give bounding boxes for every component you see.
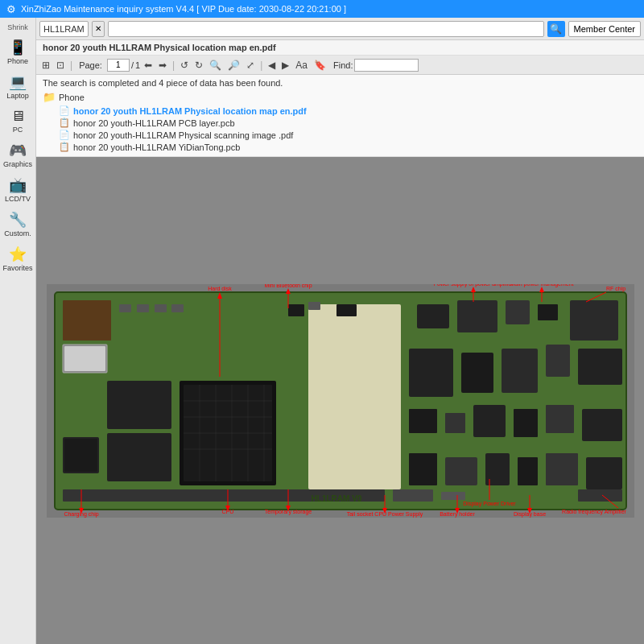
file-name-3: honor 20 youth-HL1LRAM YiDianTong.pcb	[73, 142, 240, 152]
svg-rect-34	[473, 405, 506, 437]
zoom-out-button[interactable]: 🔎	[225, 59, 242, 72]
svg-rect-26	[570, 300, 618, 341]
file-item-1[interactable]: 📋 honor 20 youth-HL1LRAM PCB layer.pcb	[43, 117, 638, 129]
file-item-2[interactable]: 📄 honor 20 youth-HL1LRAM Physical scanni…	[43, 129, 638, 141]
sidebar-item-laptop[interactable]: 💻 Laptop	[1, 70, 35, 103]
svg-text:Battery holder: Battery holder	[440, 511, 475, 518]
svg-rect-19	[288, 304, 304, 316]
file-name-0: honor 20 youth HL1LRAM Physical location…	[73, 106, 307, 116]
sidebar-item-lcd[interactable]: 📺 LCD/TV	[1, 173, 35, 206]
svg-rect-45	[393, 489, 433, 502]
title-icon: ⚙	[6, 3, 16, 15]
svg-rect-20	[308, 302, 320, 310]
svg-rect-25	[538, 304, 558, 320]
zoom-fit-button[interactable]: ⊞	[39, 59, 52, 72]
title-text: XinZhiZao Maintenance inquiry system V4.…	[21, 4, 346, 14]
favorites-icon: ⭐	[9, 246, 27, 263]
pc-icon: 🖥	[10, 108, 25, 125]
bookmark-button[interactable]: 🔖	[312, 59, 328, 72]
svg-rect-2	[308, 304, 401, 489]
sidebar-item-phone[interactable]: 📱 Phone	[1, 35, 35, 68]
next-result-button[interactable]: ▶	[279, 59, 291, 72]
results-panel: The search is completed and 4 piece of d…	[36, 75, 644, 157]
svg-text:Tail socket CPU Power Supply: Tail socket CPU Power Supply	[346, 511, 423, 518]
page-label: Page:	[79, 60, 102, 70]
shrink-button[interactable]: Shrink	[1, 21, 35, 34]
content-area: HL1LRAM ✕ 🔍 Member Center honor 20 youth…	[36, 18, 644, 644]
sidebar-item-pc[interactable]: 🖥 PC	[1, 105, 35, 137]
pdf-icon-2: 📄	[59, 130, 70, 140]
rotate-right-button[interactable]: ↻	[192, 59, 205, 72]
svg-rect-30	[546, 345, 570, 377]
rotate-left-button[interactable]: ↺	[178, 59, 191, 72]
svg-text:CPU: CPU	[221, 509, 233, 514]
find-input[interactable]	[354, 59, 419, 72]
prev-result-button[interactable]: ◀	[266, 59, 278, 72]
svg-text:Charging chip: Charging chip	[64, 511, 98, 518]
page-separator: /	[131, 60, 134, 70]
search-input[interactable]	[108, 21, 544, 37]
svg-rect-33	[445, 413, 465, 433]
svg-rect-27	[409, 349, 453, 397]
sidebar-item-custom[interactable]: 🔧 Custom.	[1, 208, 35, 241]
svg-rect-43	[586, 457, 622, 489]
file-item-0[interactable]: 📄 honor 20 youth HL1LRAM Physical locati…	[43, 105, 638, 117]
svg-rect-24	[506, 300, 530, 324]
svg-rect-41	[518, 457, 538, 485]
member-center-button[interactable]: Member Center	[568, 21, 641, 37]
svg-text:Display base: Display base	[513, 511, 545, 518]
next-page-button[interactable]: ➡	[156, 59, 169, 72]
graphics-icon: 🎮	[9, 142, 27, 159]
svg-rect-51	[137, 304, 149, 312]
svg-text:Temporary storage: Temporary storage	[264, 509, 311, 515]
svg-rect-35	[514, 409, 538, 437]
page-number-input[interactable]	[107, 59, 130, 72]
pcb-icon-3: 📋	[59, 142, 70, 152]
zoom-width-button[interactable]: ⊡	[54, 59, 67, 72]
phone-icon: 📱	[9, 39, 27, 56]
sidebar-lcd-label: LCD/TV	[5, 195, 31, 203]
zoom-in-button[interactable]: 🔍	[207, 59, 224, 72]
title-bar: ⚙ XinZhiZao Maintenance inquiry system V…	[0, 0, 644, 18]
pcb-viewer[interactable]: HL1LRAM V0 Hard disk Mini Bluetooth chip…	[36, 157, 644, 644]
separator-1: |	[70, 60, 72, 71]
pdf-title: honor 20 youth HL1LRAM Physical location…	[36, 40, 644, 56]
svg-rect-53	[171, 304, 184, 312]
match-case-button[interactable]: Aa	[293, 59, 310, 72]
svg-rect-38	[409, 453, 437, 485]
sidebar-item-favorites[interactable]: ⭐ Favorites	[1, 242, 35, 275]
sidebar-pc-label: PC	[13, 126, 23, 134]
file-item-3[interactable]: 📋 honor 20 youth-HL1LRAM YiDianTong.pcb	[43, 141, 638, 153]
separator-3: |	[260, 60, 262, 71]
svg-rect-52	[155, 304, 167, 312]
search-bar: HL1LRAM ✕ 🔍 Member Center	[36, 18, 644, 40]
file-tree: 📁 Phone 📄 honor 20 youth HL1LRAM Physica…	[43, 91, 638, 153]
pcb-svg: HL1LRAM V0 Hard disk Mini Bluetooth chip…	[47, 284, 634, 518]
search-button[interactable]: 🔍	[547, 21, 565, 37]
svg-rect-18	[107, 433, 171, 481]
sidebar-item-graphics[interactable]: 🎮 Graphics	[1, 138, 35, 171]
svg-text:HL1LRAM V0: HL1LRAM V0	[311, 494, 361, 503]
lcd-icon: 📺	[9, 176, 27, 194]
svg-rect-42	[546, 453, 578, 485]
svg-text:Hard disk: Hard disk	[208, 286, 232, 291]
fit-button[interactable]: ⤢	[244, 59, 257, 72]
sidebar-laptop-label: Laptop	[6, 92, 29, 100]
svg-rect-17	[107, 381, 171, 429]
svg-text:Radio frequency Amplifier: Radio frequency Amplifier	[562, 509, 626, 515]
clear-tag-button[interactable]: ✕	[92, 21, 105, 37]
sidebar-phone-label: Phone	[7, 57, 28, 65]
svg-rect-50	[119, 304, 131, 312]
svg-rect-36	[546, 405, 574, 433]
svg-rect-39	[445, 457, 477, 485]
svg-text:RF chip: RF chip	[606, 286, 625, 292]
svg-rect-31	[578, 349, 622, 385]
folder-icon: 📁	[43, 91, 56, 103]
sidebar-custom-label: Custom.	[4, 229, 31, 237]
find-label: Find:	[333, 60, 353, 70]
prev-page-button[interactable]: ⬅	[142, 59, 155, 72]
svg-rect-5	[64, 346, 105, 371]
svg-rect-37	[582, 409, 622, 441]
svg-rect-32	[409, 409, 437, 433]
shrink-label: Shrink	[7, 23, 28, 31]
